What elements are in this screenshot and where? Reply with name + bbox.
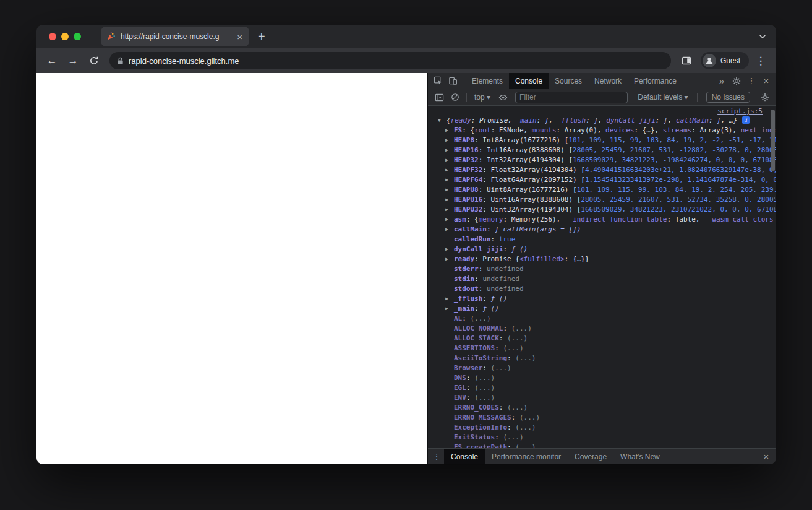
- devtools-panel: ElementsConsoleSourcesNetworkPerformance…: [427, 73, 776, 464]
- console-line[interactable]: ▶HEAP8: Int8Array(16777216) [101, 109, 1…: [435, 136, 776, 145]
- drawer-tab-performance-monitor[interactable]: Performance monitor: [485, 449, 568, 464]
- maximize-window-button[interactable]: [74, 33, 81, 40]
- expand-caret-icon[interactable]: ▶: [445, 155, 454, 165]
- devtools-tab-sources[interactable]: Sources: [549, 73, 588, 89]
- console-line[interactable]: ▶dynCall_jiji: ƒ (): [435, 244, 776, 254]
- inspect-element-icon[interactable]: [430, 73, 445, 89]
- drawer-menu-kebab-icon[interactable]: ⋮: [429, 449, 444, 464]
- console-line[interactable]: ▶HEAP32: Int32Array(4194304) [1668509029…: [435, 155, 776, 165]
- devtools-settings-gear-icon[interactable]: [729, 73, 744, 89]
- window-controls: [36, 33, 90, 40]
- issues-counter[interactable]: No Issues: [706, 92, 750, 103]
- close-drawer-icon[interactable]: ×: [759, 449, 774, 464]
- devtools-tabbar-right: » ⋮: [714, 73, 776, 89]
- expand-caret-icon[interactable]: ▶: [445, 294, 454, 304]
- log-levels-selector[interactable]: Default levels ▾: [633, 93, 693, 102]
- side-panel-icon[interactable]: [677, 51, 696, 70]
- site-security-lock-icon[interactable]: [117, 57, 124, 65]
- new-tab-button[interactable]: +: [249, 30, 274, 44]
- tab-close-icon[interactable]: ×: [235, 32, 244, 41]
- console-scrollbar-thumb[interactable]: [771, 110, 775, 171]
- console-settings-gear-icon[interactable]: [758, 89, 772, 105]
- address-bar[interactable]: rapid-concise-muscle.glitch.me: [109, 52, 671, 69]
- expand-caret-icon[interactable]: ▶: [445, 244, 454, 254]
- drawer-tab-console[interactable]: Console: [444, 449, 485, 464]
- expand-caret-icon[interactable]: ▶: [445, 304, 454, 314]
- console-line[interactable]: ▶_main: ƒ (): [435, 304, 776, 314]
- console-line: ExitStatus: (...): [435, 433, 776, 443]
- forward-icon[interactable]: →: [64, 51, 82, 70]
- live-expression-eye-icon[interactable]: [495, 89, 510, 105]
- toolbar-separator: [697, 93, 698, 102]
- expand-caret-icon[interactable]: ▶: [445, 195, 454, 205]
- console-line: ALLOC_STACK: (...): [435, 334, 776, 344]
- devtools-tab-network[interactable]: Network: [588, 73, 628, 89]
- expand-caret-icon[interactable]: ▶: [445, 165, 454, 175]
- minimize-window-button[interactable]: [61, 33, 69, 40]
- expand-caret-icon[interactable]: ▼: [438, 116, 447, 126]
- expand-caret-icon[interactable]: ▶: [445, 185, 454, 195]
- expand-caret-icon[interactable]: ▶: [445, 254, 454, 264]
- browser-tab[interactable]: https://rapid-concise-muscle.g ×: [101, 27, 249, 46]
- console-sidebar-icon[interactable]: [432, 89, 447, 105]
- devtools-tab-console[interactable]: Console: [509, 73, 549, 89]
- console-filter-input[interactable]: [515, 92, 628, 103]
- console-line[interactable]: ▶ready: Promise {<fulfilled>: {…}}: [435, 254, 776, 264]
- console-line: ASSERTIONS: (...): [435, 344, 776, 353]
- tab-search-chevron-icon[interactable]: [749, 34, 776, 39]
- console-line: Browser: (...): [435, 363, 776, 373]
- close-window-button[interactable]: [49, 33, 56, 40]
- drawer-tab-what-s-new[interactable]: What's New: [613, 449, 667, 464]
- console-line[interactable]: ▶asm: {memory: Memory(256), __indirect_f…: [435, 215, 776, 225]
- console-line: FS_createPath: (...): [435, 443, 776, 448]
- console-line[interactable]: ▶HEAPF32: Float32Array(4194304) [4.49044…: [435, 165, 776, 175]
- url-text: rapid-concise-muscle.glitch.me: [129, 56, 239, 66]
- console-line: stdout: undefined: [435, 284, 776, 294]
- tab-title: https://rapid-concise-muscle.g: [121, 32, 230, 41]
- console-line: EGL: (...): [435, 383, 776, 393]
- console-line[interactable]: ▶HEAPU32: Uint32Array(4194304) [16685090…: [435, 205, 776, 215]
- device-toolbar-icon[interactable]: [445, 73, 460, 89]
- devtools-tabbar: ElementsConsoleSourcesNetworkPerformance…: [428, 73, 776, 89]
- browser-menu-kebab-icon[interactable]: ⋮: [751, 51, 770, 70]
- console-line[interactable]: ▶callMain: ƒ callMain(args = []): [435, 225, 776, 235]
- console-line: stdin: undefined: [435, 274, 776, 284]
- devtools-tab-elements[interactable]: Elements: [466, 73, 509, 89]
- console-line[interactable]: ▶HEAPU16: Uint16Array(8388608) [28005, 2…: [435, 195, 776, 205]
- expand-caret-icon[interactable]: ▶: [445, 136, 454, 145]
- reload-icon[interactable]: [85, 51, 103, 70]
- execution-context-selector[interactable]: top ▾: [471, 93, 494, 102]
- more-tabs-icon[interactable]: »: [714, 73, 729, 89]
- console-line: ENV: (...): [435, 393, 776, 403]
- expand-caret-icon[interactable]: ▶: [445, 215, 454, 225]
- expand-caret-icon[interactable]: ▶: [445, 175, 454, 185]
- source-link[interactable]: script.js:5: [717, 107, 763, 115]
- window-content: ElementsConsoleSourcesNetworkPerformance…: [36, 73, 776, 464]
- console-line: calledRun: true: [435, 235, 776, 244]
- expand-caret-icon[interactable]: ▶: [445, 205, 454, 215]
- devtools-tab-performance[interactable]: Performance: [628, 73, 683, 89]
- expand-caret-icon[interactable]: ▶: [445, 145, 454, 155]
- console-line[interactable]: ▶HEAPU8: Uint8Array(16777216) [101, 109,…: [435, 185, 776, 195]
- profile-label: Guest: [720, 56, 740, 65]
- console-line[interactable]: ▶HEAP16: Int16Array(8388608) [28005, 254…: [435, 145, 776, 155]
- browser-toolbar: ← → rapid-concise-muscle.glitch.me: [36, 48, 776, 73]
- desktop-background: https://rapid-concise-muscle.g × + ← →: [0, 0, 812, 510]
- console-line: stderr: undefined: [435, 264, 776, 274]
- profile-button[interactable]: Guest: [701, 52, 749, 69]
- console-line[interactable]: ▼{ready: Promise, _main: ƒ, _fflush: ƒ, …: [435, 116, 776, 126]
- toolbar-separator: [466, 93, 467, 102]
- close-devtools-icon[interactable]: ×: [759, 73, 774, 89]
- devtools-menu-kebab-icon[interactable]: ⋮: [744, 73, 759, 89]
- value-evaluated-info-icon[interactable]: i: [742, 116, 750, 124]
- dropdown-arrow-icon: ▾: [685, 93, 688, 102]
- expand-caret-icon[interactable]: ▶: [445, 225, 454, 235]
- console-line[interactable]: ▶FS: {root: FSNode, mounts: Array(0), de…: [435, 126, 776, 136]
- back-icon[interactable]: ←: [43, 51, 61, 70]
- expand-caret-icon[interactable]: ▶: [445, 126, 454, 136]
- console-line[interactable]: ▶_fflush: ƒ (): [435, 294, 776, 304]
- console-line: ExceptionInfo: (...): [435, 423, 776, 433]
- drawer-tab-coverage[interactable]: Coverage: [568, 449, 613, 464]
- clear-console-icon[interactable]: [448, 89, 463, 105]
- console-line[interactable]: ▶HEAPF64: Float64Array(2097152) [1.15454…: [435, 175, 776, 185]
